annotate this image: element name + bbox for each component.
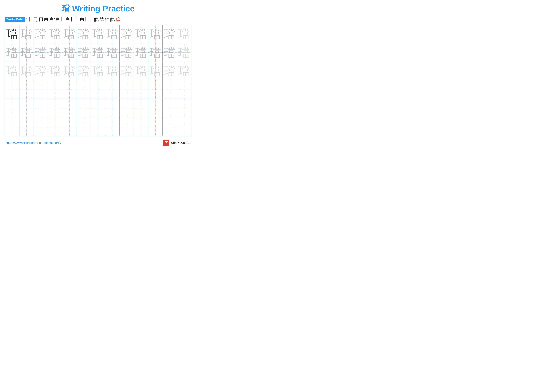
grid-row-4 (5, 80, 191, 99)
grid-cell-2-3: 璫 (34, 43, 48, 62)
grid-cell-1-5: 璫 (62, 25, 77, 43)
grid-cell-4-3[interactable] (34, 80, 48, 99)
stroke-7: 白⺊ (56, 17, 65, 22)
char-display: 璫 (107, 28, 118, 40)
grid-cell-3-8: 璫 (105, 62, 120, 80)
char-display: 璫 (135, 28, 147, 40)
char-display: 璫 (178, 28, 190, 40)
footer-brand: 字 StrokeOrder (163, 140, 191, 146)
grid-cell-1-8: 璫 (105, 25, 120, 43)
grid-cell-1-6: 璫 (77, 25, 91, 43)
grid-cell-4-9[interactable] (120, 80, 134, 99)
grid-cell-6-8[interactable] (105, 117, 120, 135)
grid-cell-5-9[interactable] (120, 99, 134, 117)
grid-row-1: 璫 璫 璫 璫 璫 璫 璫 璫 璫 璫 璫 璫 璫 (5, 25, 191, 43)
grid-cell-1-10: 璫 (134, 25, 148, 43)
footer-url: https://www.strokeorder.com/chinese/璫 (5, 141, 61, 145)
grid-cell-3-12: 璫 (163, 62, 177, 80)
grid-cell-2-7: 璫 (91, 43, 105, 62)
grid-cell-5-4[interactable] (48, 99, 63, 117)
practice-grid: 璫 璫 璫 璫 璫 璫 璫 璫 璫 璫 璫 璫 璫 璫 璫 璫 璫 璫 璫 璫 … (5, 24, 191, 136)
grid-cell-5-1[interactable] (5, 99, 20, 117)
grid-cell-1-7: 璫 (91, 25, 105, 43)
grid-cell-3-6: 璫 (77, 62, 91, 80)
grid-cell-6-6[interactable] (77, 117, 91, 135)
grid-cell-4-2[interactable] (20, 80, 34, 99)
char-display: 璫 (178, 47, 190, 58)
grid-cell-3-13: 璫 (177, 62, 191, 80)
grid-cell-4-11[interactable] (148, 80, 163, 99)
grid-cell-5-10[interactable] (134, 99, 148, 117)
char-display: 璫 (107, 47, 118, 58)
char-display: 璫 (49, 47, 61, 58)
char-display: 璫 (121, 28, 132, 40)
grid-cell-2-4: 璫 (48, 43, 63, 62)
grid-row-3: 璫 璫 璫 璫 璫 璫 璫 璫 璫 璫 璫 璫 璫 (5, 62, 191, 80)
char-display: 璫 (35, 65, 46, 77)
grid-cell-6-9[interactable] (120, 117, 134, 135)
footer: https://www.strokeorder.com/chinese/璫 字 … (5, 140, 191, 146)
grid-row-6 (5, 117, 191, 135)
grid-cell-1-3: 璫 (34, 25, 48, 43)
grid-cell-1-12: 璫 (163, 25, 177, 43)
grid-cell-2-13: 璫 (177, 43, 191, 62)
grid-cell-6-3[interactable] (34, 117, 48, 135)
grid-cell-5-5[interactable] (62, 99, 77, 117)
grid-cell-6-13[interactable] (177, 117, 191, 135)
char-display: 璫 (164, 28, 175, 40)
char-display: 璫 (78, 65, 89, 77)
grid-cell-6-5[interactable] (62, 117, 77, 135)
grid-cell-3-11: 璫 (148, 62, 163, 80)
grid-cell-5-7[interactable] (91, 99, 105, 117)
grid-cell-4-4[interactable] (48, 80, 63, 99)
grid-cell-4-10[interactable] (134, 80, 148, 99)
char-display: 璫 (150, 65, 161, 77)
grid-cell-4-12[interactable] (163, 80, 177, 99)
stroke-8: 白⺊⺊ (66, 17, 79, 22)
char-display: 璫 (64, 47, 75, 58)
char-display: 璫 (164, 65, 175, 77)
stroke-order-badge: Stroke Order (5, 17, 25, 22)
stroke-10: 皑 (94, 17, 99, 22)
grid-cell-5-3[interactable] (34, 99, 48, 117)
grid-cell-6-11[interactable] (148, 117, 163, 135)
grid-cell-4-1[interactable] (5, 80, 20, 99)
grid-cell-4-6[interactable] (77, 80, 91, 99)
grid-cell-2-1: 璫 (5, 43, 20, 62)
char-display: 璫 (35, 47, 46, 58)
grid-cell-6-12[interactable] (163, 117, 177, 135)
grid-cell-6-1[interactable] (5, 117, 20, 135)
brand-icon: 字 (163, 140, 169, 146)
stroke-5: 白 (44, 17, 49, 22)
char-display: 璫 (21, 28, 32, 40)
grid-cell-3-4: 璫 (48, 62, 63, 80)
grid-cell-5-6[interactable] (77, 99, 91, 117)
page-title-area: 璫 Writing Practice (5, 3, 191, 14)
grid-cell-4-7[interactable] (91, 80, 105, 99)
page-title: 璫 Writing Practice (62, 4, 134, 13)
grid-cell-5-13[interactable] (177, 99, 191, 117)
grid-cell-4-5[interactable] (62, 80, 77, 99)
grid-cell-4-13[interactable] (177, 80, 191, 99)
grid-cell-5-2[interactable] (20, 99, 34, 117)
char-display: 璫 (7, 47, 18, 58)
grid-cell-4-8[interactable] (105, 80, 120, 99)
grid-cell-2-9: 璫 (120, 43, 134, 62)
grid-cell-2-10: 璫 (134, 43, 148, 62)
char-display: 璫 (121, 65, 132, 77)
grid-cell-3-1: 璫 (5, 62, 20, 80)
grid-cell-1-4: 璫 (48, 25, 63, 43)
char-display: 璫 (121, 47, 132, 58)
grid-cell-6-10[interactable] (134, 117, 148, 135)
grid-cell-5-11[interactable] (148, 99, 163, 117)
grid-cell-5-12[interactable] (163, 99, 177, 117)
char-display: 璫 (150, 47, 161, 58)
grid-cell-6-4[interactable] (48, 117, 63, 135)
grid-cell-3-9: 璫 (120, 62, 134, 80)
grid-cell-6-7[interactable] (91, 117, 105, 135)
grid-cell-5-8[interactable] (105, 99, 120, 117)
grid-cell-3-5: 璫 (62, 62, 77, 80)
grid-cell-6-2[interactable] (20, 117, 34, 135)
grid-cell-3-2: 璫 (20, 62, 34, 80)
grid-cell-3-7: 璫 (91, 62, 105, 80)
